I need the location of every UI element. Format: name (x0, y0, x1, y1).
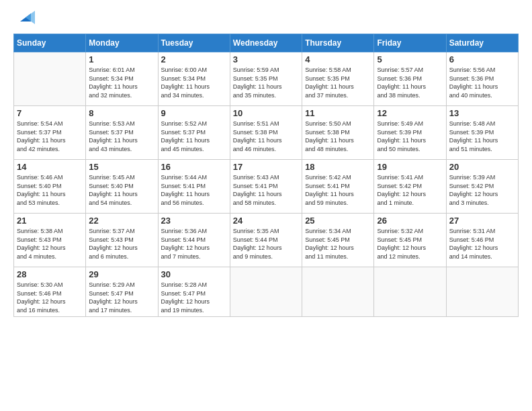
calendar-cell: 22Sunrise: 5:37 AMSunset: 5:43 PMDayligh… (86, 214, 158, 267)
calendar-cell: 24Sunrise: 5:35 AMSunset: 5:44 PMDayligh… (230, 214, 302, 267)
calendar-cell: 15Sunrise: 5:45 AMSunset: 5:40 PMDayligh… (86, 160, 158, 214)
calendar-week-3: 14Sunrise: 5:46 AMSunset: 5:40 PMDayligh… (14, 160, 519, 214)
calendar-cell: 9Sunrise: 5:52 AMSunset: 5:37 PMDaylight… (158, 106, 230, 160)
day-number: 25 (305, 216, 371, 226)
calendar-header-saturday: Saturday (446, 34, 518, 52)
calendar-header-thursday: Thursday (302, 34, 374, 52)
calendar-header-sunday: Sunday (14, 34, 86, 52)
day-number: 18 (305, 162, 371, 172)
day-info: Sunrise: 5:37 AMSunset: 5:43 PMDaylight:… (89, 227, 154, 261)
day-info: Sunrise: 6:00 AMSunset: 5:34 PMDaylight:… (161, 66, 227, 99)
day-number: 14 (17, 162, 83, 172)
day-number: 7 (17, 108, 83, 118)
day-number: 13 (449, 108, 515, 118)
day-info: Sunrise: 5:35 AMSunset: 5:44 PMDaylight:… (233, 227, 299, 261)
day-info: Sunrise: 5:42 AMSunset: 5:41 PMDaylight:… (305, 173, 371, 207)
calendar-cell: 18Sunrise: 5:42 AMSunset: 5:41 PMDayligh… (302, 160, 374, 214)
day-info: Sunrise: 5:32 AMSunset: 5:45 PMDaylight:… (377, 227, 443, 261)
calendar-week-5: 28Sunrise: 5:30 AMSunset: 5:46 PMDayligh… (14, 267, 519, 317)
calendar-cell: 16Sunrise: 5:44 AMSunset: 5:41 PMDayligh… (158, 160, 230, 214)
calendar-cell (374, 267, 446, 317)
day-number: 30 (161, 269, 227, 279)
calendar-cell: 2Sunrise: 6:00 AMSunset: 5:34 PMDaylight… (158, 52, 230, 106)
day-number: 10 (233, 108, 299, 118)
day-info: Sunrise: 5:57 AMSunset: 5:36 PMDaylight:… (377, 66, 443, 99)
day-number: 23 (161, 216, 227, 226)
day-info: Sunrise: 5:59 AMSunset: 5:35 PMDaylight:… (233, 66, 299, 99)
calendar-cell: 5Sunrise: 5:57 AMSunset: 5:36 PMDaylight… (374, 52, 446, 106)
calendar-week-1: 1Sunrise: 6:01 AMSunset: 5:34 PMDaylight… (14, 52, 519, 106)
calendar-cell: 25Sunrise: 5:34 AMSunset: 5:45 PMDayligh… (302, 214, 374, 267)
day-number: 1 (89, 54, 154, 64)
day-number: 22 (89, 216, 154, 226)
day-info: Sunrise: 5:45 AMSunset: 5:40 PMDaylight:… (89, 173, 154, 207)
calendar-cell: 27Sunrise: 5:31 AMSunset: 5:46 PMDayligh… (446, 214, 518, 267)
logo (13, 11, 35, 27)
day-info: Sunrise: 5:28 AMSunset: 5:47 PMDaylight:… (161, 281, 227, 314)
day-number: 6 (449, 54, 515, 64)
day-info: Sunrise: 5:51 AMSunset: 5:38 PMDaylight:… (233, 120, 299, 153)
day-info: Sunrise: 5:38 AMSunset: 5:43 PMDaylight:… (17, 227, 83, 261)
calendar-cell: 11Sunrise: 5:50 AMSunset: 5:38 PMDayligh… (302, 106, 374, 160)
day-info: Sunrise: 5:31 AMSunset: 5:46 PMDaylight:… (449, 227, 515, 261)
day-info: Sunrise: 5:29 AMSunset: 5:47 PMDaylight:… (89, 281, 154, 314)
day-info: Sunrise: 5:41 AMSunset: 5:42 PMDaylight:… (377, 173, 443, 207)
logo-icon (16, 8, 35, 27)
day-info: Sunrise: 5:54 AMSunset: 5:37 PMDaylight:… (17, 120, 83, 153)
day-number: 5 (377, 54, 443, 64)
day-info: Sunrise: 5:30 AMSunset: 5:46 PMDaylight:… (17, 281, 83, 314)
header (13, 11, 519, 27)
day-info: Sunrise: 5:52 AMSunset: 5:37 PMDaylight:… (161, 120, 227, 153)
day-info: Sunrise: 5:58 AMSunset: 5:35 PMDaylight:… (305, 66, 371, 99)
calendar-cell: 20Sunrise: 5:39 AMSunset: 5:42 PMDayligh… (446, 160, 518, 214)
day-number: 15 (89, 162, 154, 172)
day-number: 16 (161, 162, 227, 172)
calendar-cell: 8Sunrise: 5:53 AMSunset: 5:37 PMDaylight… (86, 106, 158, 160)
day-info: Sunrise: 5:44 AMSunset: 5:41 PMDaylight:… (161, 173, 227, 207)
calendar-cell: 7Sunrise: 5:54 AMSunset: 5:37 PMDaylight… (14, 106, 86, 160)
calendar: SundayMondayTuesdayWednesdayThursdayFrid… (13, 34, 519, 317)
calendar-header-monday: Monday (86, 34, 158, 52)
calendar-cell: 28Sunrise: 5:30 AMSunset: 5:46 PMDayligh… (14, 267, 86, 317)
svg-marker-1 (26, 11, 35, 24)
day-number: 26 (377, 216, 443, 226)
calendar-cell: 19Sunrise: 5:41 AMSunset: 5:42 PMDayligh… (374, 160, 446, 214)
calendar-cell (230, 267, 302, 317)
day-info: Sunrise: 5:43 AMSunset: 5:41 PMDaylight:… (233, 173, 299, 207)
day-number: 4 (305, 54, 371, 64)
day-number: 9 (161, 108, 227, 118)
calendar-cell (14, 52, 86, 106)
day-info: Sunrise: 5:34 AMSunset: 5:45 PMDaylight:… (305, 227, 371, 261)
calendar-cell: 1Sunrise: 6:01 AMSunset: 5:34 PMDaylight… (86, 52, 158, 106)
day-number: 17 (233, 162, 299, 172)
calendar-cell: 4Sunrise: 5:58 AMSunset: 5:35 PMDaylight… (302, 52, 374, 106)
calendar-cell: 17Sunrise: 5:43 AMSunset: 5:41 PMDayligh… (230, 160, 302, 214)
day-number: 28 (17, 269, 83, 279)
day-number: 27 (449, 216, 515, 226)
day-number: 29 (89, 269, 154, 279)
calendar-cell: 6Sunrise: 5:56 AMSunset: 5:36 PMDaylight… (446, 52, 518, 106)
calendar-cell: 10Sunrise: 5:51 AMSunset: 5:38 PMDayligh… (230, 106, 302, 160)
day-number: 20 (449, 162, 515, 172)
day-number: 11 (305, 108, 371, 118)
calendar-week-4: 21Sunrise: 5:38 AMSunset: 5:43 PMDayligh… (14, 214, 519, 267)
calendar-cell: 29Sunrise: 5:29 AMSunset: 5:47 PMDayligh… (86, 267, 158, 317)
day-info: Sunrise: 5:39 AMSunset: 5:42 PMDaylight:… (449, 173, 515, 207)
calendar-cell: 13Sunrise: 5:48 AMSunset: 5:39 PMDayligh… (446, 106, 518, 160)
day-number: 19 (377, 162, 443, 172)
calendar-header-row: SundayMondayTuesdayWednesdayThursdayFrid… (14, 34, 519, 52)
calendar-cell: 14Sunrise: 5:46 AMSunset: 5:40 PMDayligh… (14, 160, 86, 214)
day-number: 21 (17, 216, 83, 226)
calendar-cell: 30Sunrise: 5:28 AMSunset: 5:47 PMDayligh… (158, 267, 230, 317)
day-info: Sunrise: 5:48 AMSunset: 5:39 PMDaylight:… (449, 120, 515, 153)
calendar-header-tuesday: Tuesday (158, 34, 230, 52)
day-info: Sunrise: 5:49 AMSunset: 5:39 PMDaylight:… (377, 120, 443, 153)
calendar-cell: 3Sunrise: 5:59 AMSunset: 5:35 PMDaylight… (230, 52, 302, 106)
day-info: Sunrise: 5:56 AMSunset: 5:36 PMDaylight:… (449, 66, 515, 99)
day-info: Sunrise: 5:46 AMSunset: 5:40 PMDaylight:… (17, 173, 83, 207)
page: SundayMondayTuesdayWednesdayThursdayFrid… (0, 0, 532, 411)
day-info: Sunrise: 5:36 AMSunset: 5:44 PMDaylight:… (161, 227, 227, 261)
calendar-week-2: 7Sunrise: 5:54 AMSunset: 5:37 PMDaylight… (14, 106, 519, 160)
day-number: 3 (233, 54, 299, 64)
calendar-cell: 12Sunrise: 5:49 AMSunset: 5:39 PMDayligh… (374, 106, 446, 160)
